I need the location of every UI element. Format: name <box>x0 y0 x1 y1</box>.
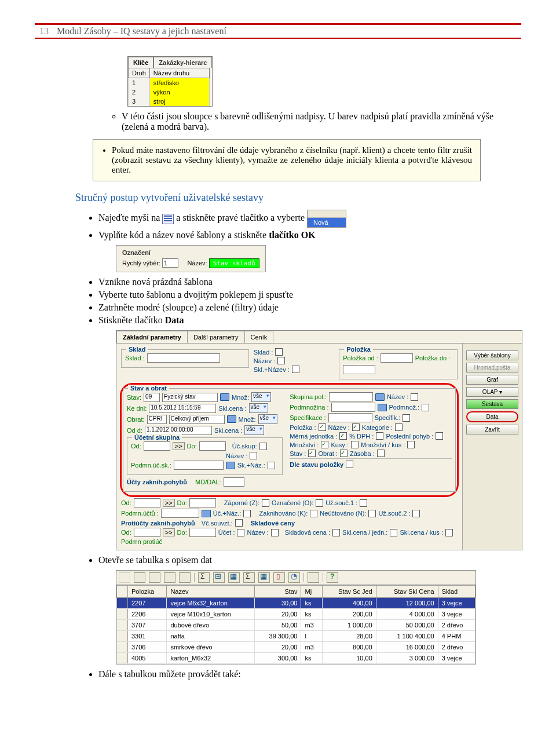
cut-icon[interactable] <box>149 572 160 583</box>
select[interactable]: vše <box>258 414 278 424</box>
arrow-btn[interactable]: >> <box>163 499 175 507</box>
cb[interactable] <box>360 499 367 507</box>
grid3-icon[interactable] <box>308 572 319 583</box>
th[interactable]: Mj <box>301 586 323 598</box>
cb[interactable] <box>308 450 316 457</box>
inp[interactable] <box>224 477 244 487</box>
help-icon[interactable] <box>327 572 338 583</box>
cb[interactable] <box>352 423 360 431</box>
chart-icon[interactable] <box>273 572 285 583</box>
th[interactable]: Stav <box>255 586 301 598</box>
cb[interactable] <box>412 510 420 517</box>
tab-klice[interactable]: Klíče <box>128 57 153 68</box>
grid2-icon[interactable] <box>258 572 270 583</box>
paste-icon[interactable] <box>179 572 191 583</box>
select[interactable]: vše <box>244 425 264 435</box>
inp[interactable] <box>144 441 170 451</box>
table-row[interactable]: 2206vejce M10x10_karton20,00ks200,004 00… <box>117 609 475 620</box>
inp[interactable] <box>328 413 372 422</box>
sum-icon[interactable] <box>198 572 210 583</box>
copy-icon[interactable] <box>164 572 175 583</box>
data-table[interactable]: Polozka Nazev Stav Mj Stav Sc Jed Stav S… <box>116 585 475 664</box>
open-icon[interactable] <box>226 462 235 469</box>
cb[interactable] <box>339 432 347 440</box>
table-row[interactable]: 3707dubové dřevo50,00m31 000,0050 000,00… <box>117 620 475 631</box>
arrow-btn[interactable]: >> <box>173 442 185 450</box>
cb[interactable] <box>403 414 410 422</box>
btn-sestava[interactable]: Sestava <box>466 399 518 409</box>
table-row[interactable]: 3706smrkové dřevo20,00m3800,0016 000,002… <box>117 642 475 653</box>
select[interactable]: vše <box>251 392 271 402</box>
open-icon[interactable] <box>378 404 387 411</box>
insert-icon[interactable] <box>213 572 225 583</box>
cb[interactable] <box>436 432 443 440</box>
sigma-icon[interactable] <box>243 572 255 583</box>
cb[interactable] <box>422 404 429 411</box>
cb[interactable] <box>271 529 279 536</box>
input-rychly-kod[interactable] <box>162 258 178 268</box>
inp[interactable] <box>343 365 375 374</box>
cb[interactable] <box>395 423 403 431</box>
cb[interactable] <box>243 510 251 517</box>
pie-icon[interactable] <box>288 572 300 583</box>
input-rychly-nazev[interactable]: Stav skladů <box>209 258 259 268</box>
cb[interactable] <box>368 510 376 517</box>
save-icon[interactable] <box>119 572 130 583</box>
cb[interactable] <box>235 519 243 527</box>
inp[interactable] <box>174 461 224 470</box>
cb[interactable] <box>250 452 257 459</box>
tab-dalsi[interactable]: Další parametry <box>187 331 245 343</box>
btn-olap[interactable]: OLAP ▾ <box>466 387 518 397</box>
cb[interactable] <box>321 441 328 448</box>
th[interactable]: Polozka <box>128 586 167 598</box>
btn-hromad-posta[interactable]: Hromad.pošta <box>466 363 518 372</box>
inp[interactable] <box>381 353 413 363</box>
cb[interactable] <box>237 529 244 536</box>
btn-vyber-sablony[interactable]: Výběr šablony <box>466 350 518 360</box>
print-icon[interactable] <box>134 572 145 583</box>
cb[interactable] <box>275 348 283 356</box>
menu-item-nova[interactable]: Nová <box>308 218 346 227</box>
btn-data[interactable]: Data <box>466 411 518 422</box>
cb[interactable] <box>319 423 326 431</box>
inp[interactable]: CPRI <box>147 415 167 424</box>
cb[interactable] <box>377 450 385 457</box>
inp[interactable] <box>134 528 160 537</box>
open-icon[interactable] <box>375 393 385 401</box>
th[interactable]: Nazev <box>167 586 255 598</box>
th[interactable]: Sklad <box>438 586 475 598</box>
inp[interactable]: Celkový příjem <box>169 415 225 424</box>
cb[interactable] <box>310 510 317 517</box>
th[interactable]: Stav Sc Jed <box>323 586 376 598</box>
inp[interactable]: 10.5.2012 15:15:59 <box>149 404 216 413</box>
cb[interactable] <box>390 529 397 536</box>
cb[interactable] <box>351 441 359 448</box>
grid-icon[interactable] <box>228 572 240 583</box>
inp[interactable] <box>329 392 373 401</box>
select[interactable]: vše <box>249 403 269 413</box>
inp[interactable] <box>189 528 216 537</box>
input-sklad[interactable] <box>147 353 220 363</box>
cb[interactable] <box>445 529 453 536</box>
inp[interactable]: Fyzický stav <box>162 393 218 402</box>
cb[interactable] <box>268 462 275 469</box>
btn-zavrit[interactable]: Zavřít <box>466 425 518 434</box>
tab-cenik[interactable]: Ceník <box>244 331 274 343</box>
inp[interactable]: 09 <box>144 393 160 402</box>
table-row[interactable]: 2207vejce M6x32_karton30,00ks400,0012 00… <box>117 598 475 609</box>
tab-zakazky[interactable]: Zakázky-hierarc <box>153 57 212 68</box>
table-row[interactable]: 3301nafta39 300,00l28,001 100 400,004 PH… <box>117 631 475 642</box>
inp[interactable] <box>189 498 216 507</box>
arrow-btn[interactable]: >> <box>163 528 175 536</box>
cb[interactable] <box>277 357 285 364</box>
table-row[interactable]: 4005karton_M6x32300,00ks10,003 000,003 v… <box>117 653 475 664</box>
cb[interactable] <box>376 432 383 440</box>
inp[interactable] <box>199 441 226 451</box>
open-icon[interactable] <box>227 415 236 423</box>
cb[interactable] <box>407 441 415 448</box>
inp[interactable] <box>331 403 375 412</box>
open-icon[interactable] <box>202 510 211 517</box>
cb[interactable] <box>411 393 418 401</box>
inp[interactable] <box>134 498 160 507</box>
cb[interactable] <box>262 499 269 507</box>
